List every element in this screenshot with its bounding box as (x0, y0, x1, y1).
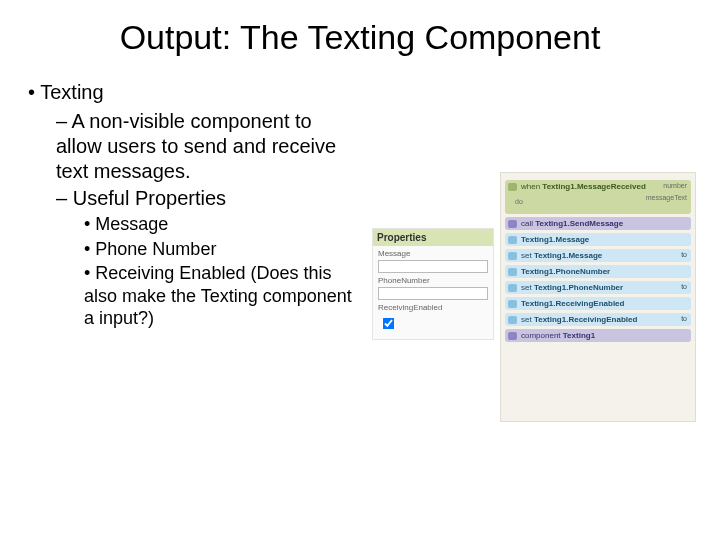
block-prefix: set (521, 251, 532, 260)
block-suffix: to (681, 251, 687, 258)
block-label: Texting1 (563, 331, 595, 340)
block-label: Texting1.MessageReceived (542, 182, 645, 191)
block-suffix: to (681, 315, 687, 322)
prop-phone-label: PhoneNumber (378, 276, 488, 285)
block-get-receivingenabled[interactable]: Texting1.ReceivingEnabled (505, 297, 691, 310)
properties-header: Properties (373, 229, 493, 246)
block-set-phonenumber[interactable]: set Texting1.PhoneNumber to (505, 281, 691, 294)
bullet-texting: Texting (28, 80, 358, 105)
block-set-receivingenabled[interactable]: set Texting1.ReceivingEnabled to (505, 313, 691, 326)
block-label: Texting1.SendMessage (535, 219, 623, 228)
puzzle-notch-icon (508, 316, 517, 324)
prop-receiving-check-wrap (378, 314, 488, 333)
prop-receiving: ReceivingEnabled (373, 300, 493, 339)
puzzle-notch-icon (508, 252, 517, 260)
prop-phone: PhoneNumber (373, 273, 493, 300)
block-label: Texting1.Message (521, 235, 589, 244)
block-get-message[interactable]: Texting1.Message (505, 233, 691, 246)
prop-message-input[interactable] (378, 260, 488, 273)
block-label: Texting1.PhoneNumber (521, 267, 610, 276)
prop-message: Message (373, 246, 493, 273)
block-label: Texting1.Message (534, 251, 602, 260)
block-arg-number: number (663, 182, 687, 189)
slide: Output: The Texting Component Texting A … (0, 0, 720, 540)
block-do: do (515, 198, 523, 205)
puzzle-notch-icon (508, 332, 517, 340)
block-get-phonenumber[interactable]: Texting1.PhoneNumber (505, 265, 691, 278)
puzzle-notch-icon (508, 220, 517, 228)
prop-message-label: Message (378, 249, 488, 258)
puzzle-notch-icon (508, 300, 517, 308)
prop-phone-input[interactable] (378, 287, 488, 300)
blocks-panel: when Texting1.MessageReceived number mes… (500, 172, 696, 422)
block-set-message[interactable]: set Texting1.Message to (505, 249, 691, 262)
block-label: Texting1.PhoneNumber (534, 283, 623, 292)
prop-receiving-checkbox[interactable] (383, 318, 395, 330)
puzzle-notch-icon (508, 268, 517, 276)
block-component-texting1[interactable]: component Texting1 (505, 329, 691, 342)
bullet-useful-properties: Useful Properties (56, 186, 358, 211)
block-prefix: set (521, 283, 532, 292)
block-prefix: call (521, 219, 533, 228)
block-arg-messagetext: messageText (646, 194, 687, 201)
slide-body: Texting A non-visible component to allow… (28, 80, 358, 332)
block-prefix: set (521, 315, 532, 324)
block-event-message-received[interactable]: when Texting1.MessageReceived number mes… (505, 180, 691, 214)
block-label: Texting1.ReceivingEnabled (521, 299, 624, 308)
block-label: Texting1.ReceivingEnabled (534, 315, 637, 324)
properties-panel: Properties Message PhoneNumber Receiving… (372, 228, 494, 340)
puzzle-notch-icon (508, 284, 517, 292)
slide-title: Output: The Texting Component (0, 18, 720, 57)
puzzle-notch-icon (508, 183, 517, 191)
block-call-sendmessage[interactable]: call Texting1.SendMessage (505, 217, 691, 230)
block-prefix: component (521, 331, 561, 340)
block-suffix: to (681, 283, 687, 290)
puzzle-notch-icon (508, 236, 517, 244)
bullet-phone-number: Phone Number (84, 238, 358, 261)
bullet-message: Message (84, 213, 358, 236)
bullet-description: A non-visible component to allow users t… (56, 109, 358, 184)
prop-receiving-label: ReceivingEnabled (378, 303, 488, 312)
bullet-receiving-enabled: Receiving Enabled (Does this also make t… (84, 262, 358, 330)
block-prefix: when (521, 182, 540, 191)
